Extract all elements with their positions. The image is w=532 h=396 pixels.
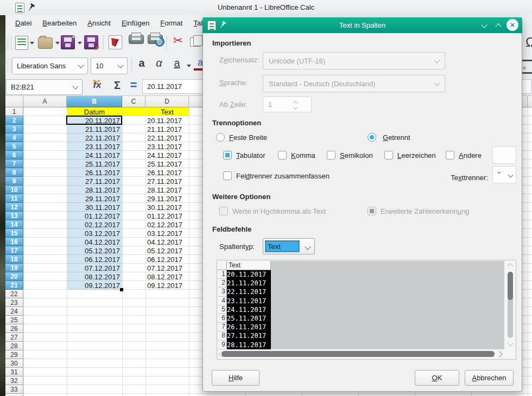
cell-B6[interactable]: 24.11.2017 [67, 151, 122, 159]
preview-row-value[interactable]: 28.11.2017 [227, 341, 271, 349]
vscroll-thumb[interactable] [508, 272, 513, 300]
sum-icon[interactable]: Σ [110, 79, 125, 92]
row-header-16[interactable]: 16 [5, 238, 23, 246]
cell-D2[interactable]: 20.11.2017 [145, 116, 189, 125]
cell-B1[interactable]: Datum [67, 107, 122, 116]
cell-D8[interactable]: 26.11.2017 [145, 168, 189, 177]
underline-dropdown-icon[interactable] [187, 65, 191, 67]
row-header-26[interactable]: 26 [5, 324, 23, 333]
menu-bearbeiten[interactable]: Bearbeiten [37, 15, 82, 30]
column-header-A[interactable]: A [23, 96, 67, 107]
cell-D1[interactable]: Text [145, 107, 189, 116]
chevron-down-icon[interactable] [117, 62, 123, 68]
preview-hscrollbar[interactable] [218, 350, 504, 359]
cell-B13[interactable]: 01.12.2017 [67, 212, 122, 220]
text-delimiter-dropdown[interactable]: " [492, 166, 516, 183]
column-header-B[interactable]: B [67, 96, 122, 107]
cell-B16[interactable]: 04.12.2017 [67, 238, 122, 246]
menu-einfügen[interactable]: Einfügen [116, 15, 155, 30]
preview-table[interactable]: Text 120.11.2017221.11.2017322.11.201742… [218, 261, 504, 349]
row-header-18[interactable]: 18 [5, 255, 23, 264]
row-header-27[interactable]: 27 [5, 333, 23, 342]
row-header-9[interactable]: 9 [5, 177, 23, 186]
cut-icon[interactable]: ✂ [171, 34, 185, 48]
print-preview-icon[interactable] [148, 35, 163, 44]
preview-row-value[interactable]: 21.11.2017 [227, 279, 271, 288]
row-header-29[interactable]: 29 [5, 350, 23, 359]
font-name-combobox[interactable]: Liberation Sans [12, 58, 88, 74]
chevron-down-icon[interactable] [508, 173, 514, 178]
spin-down-icon[interactable] [293, 105, 297, 110]
equals-formula-icon[interactable]: = [126, 78, 141, 92]
row-header-12[interactable]: 12 [5, 203, 23, 212]
row-header-19[interactable]: 19 [5, 264, 23, 272]
row-header-3[interactable]: 3 [5, 125, 23, 133]
cell-B9[interactable]: 27.11.2017 [67, 177, 122, 186]
row-header-20[interactable]: 20 [5, 272, 23, 281]
chevron-down-icon[interactable] [78, 62, 84, 68]
new-document-icon[interactable] [15, 36, 28, 50]
preview-row-value[interactable]: 25.11.2017 [227, 314, 271, 323]
cell-D16[interactable]: 04.12.2017 [145, 238, 189, 246]
tab-checkbox[interactable] [223, 151, 232, 159]
scroll-down-icon[interactable] [507, 340, 513, 346]
cell-D9[interactable]: 27.11.2017 [145, 177, 189, 186]
cell-D13[interactable]: 01.12.2017 [145, 212, 189, 220]
semicolon-label[interactable]: Semikolon [340, 151, 373, 159]
italic-icon[interactable]: α [152, 57, 166, 69]
row-header-28[interactable]: 28 [5, 342, 23, 350]
cell-D19[interactable]: 07.12.2017 [145, 264, 189, 272]
row-header-10[interactable]: 10 [5, 186, 23, 194]
toolbar-grip[interactable] [8, 59, 11, 73]
chevron-down-icon[interactable] [72, 83, 78, 89]
row-header-22[interactable]: 22 [5, 290, 23, 298]
preview-row-value[interactable]: 20.11.2017 [227, 270, 271, 279]
menu-datei[interactable]: Datei [10, 15, 37, 30]
underline-icon[interactable]: a [170, 57, 184, 69]
cell-B18[interactable]: 06.12.2017 [67, 255, 122, 264]
fixed-width-radio[interactable] [216, 133, 225, 142]
separated-radio[interactable] [368, 133, 376, 142]
cell-B8[interactable]: 26.11.2017 [67, 168, 122, 177]
formatting-marks-icon[interactable]: » [522, 60, 532, 74]
merge-delimiters-label[interactable]: Feldtrenner zusammenfassen [236, 172, 330, 180]
row-header-6[interactable]: 6 [5, 151, 23, 159]
cell-D18[interactable]: 06.12.2017 [145, 255, 189, 264]
close-icon[interactable]: × [506, 19, 518, 31]
special-character-icon[interactable]: Ω [522, 35, 532, 50]
cell-D20[interactable]: 08.12.2017 [145, 272, 189, 281]
charset-dropdown[interactable]: Unicode (UTF-16) [263, 52, 445, 69]
semicolon-checkbox[interactable] [327, 151, 335, 159]
select-all-corner[interactable] [5, 96, 23, 107]
row-header-13[interactable]: 13 [5, 212, 23, 220]
export-pdf-icon[interactable] [109, 35, 122, 49]
cancel-button[interactable]: Abbrechen [465, 370, 514, 386]
language-dropdown[interactable]: Standard - Deutsch (Deutschland) [263, 75, 445, 92]
row-header-34[interactable] [5, 394, 23, 396]
preview-row-value[interactable]: 26.11.2017 [227, 323, 271, 331]
merge-delimiters-checkbox[interactable] [223, 171, 232, 180]
cell-D7[interactable]: 25.11.2017 [145, 159, 189, 168]
cell-D14[interactable]: 02.12.2017 [145, 220, 189, 229]
print-icon[interactable] [129, 35, 144, 44]
hscroll-thumb[interactable] [221, 351, 495, 357]
cell-B4[interactable]: 22.11.2017 [67, 133, 122, 142]
scroll-right-icon[interactable] [496, 351, 502, 357]
grid-row[interactable] [23, 394, 532, 396]
cell-D10[interactable]: 28.11.2017 [145, 186, 189, 194]
row-header-17[interactable]: 17 [5, 246, 23, 255]
help-button[interactable]: Hilfe [212, 370, 259, 386]
other-checkbox[interactable] [446, 151, 454, 159]
cell-B14[interactable]: 02.12.2017 [67, 220, 122, 229]
column-header-C[interactable]: C [122, 96, 145, 107]
other-separator-input[interactable] [492, 146, 516, 164]
preview-row-value[interactable]: 24.11.2017 [227, 305, 271, 314]
cell-B12[interactable]: 30.11.2017 [67, 203, 122, 212]
cell-B21[interactable]: 09.12.2017 [67, 281, 122, 290]
space-checkbox[interactable] [384, 151, 393, 159]
row-header-23[interactable]: 23 [5, 298, 23, 307]
open-file-dropdown-icon[interactable] [55, 42, 60, 44]
row-header-25[interactable]: 25 [5, 316, 23, 324]
bold-icon[interactable]: a [135, 57, 149, 69]
column-header-x10[interactable] [528, 96, 532, 107]
